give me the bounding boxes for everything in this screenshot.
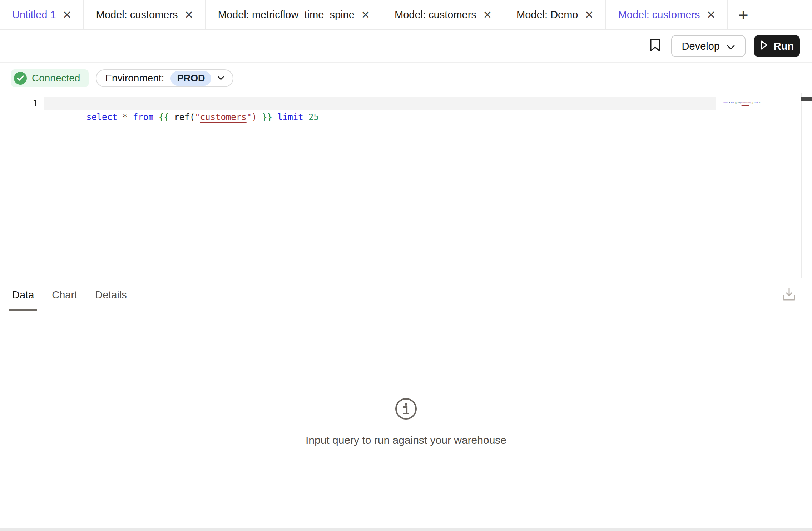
minimap-token: customers: [742, 102, 749, 104]
minimap-token: from: [731, 102, 734, 104]
minimap-token: select: [723, 102, 728, 104]
environment-value-badge: PROD: [170, 71, 211, 86]
tab-label: Model: Demo: [516, 9, 578, 21]
chevron-down-icon: [218, 75, 224, 81]
info-icon: [394, 397, 418, 422]
code-token: {{: [159, 112, 169, 122]
status-row: Connected Environment: PROD: [0, 64, 812, 93]
environment-selector[interactable]: Environment: PROD: [96, 69, 233, 87]
results-tab[interactable]: Data: [11, 279, 35, 311]
toolbar: Develop Run: [0, 30, 812, 63]
code-token: select: [86, 112, 118, 122]
code-token: [303, 112, 308, 122]
code-token: [257, 112, 262, 122]
code-token: }}: [262, 112, 272, 122]
line-number: 1: [21, 97, 38, 110]
results-panel: Data Chart Details: [0, 279, 812, 528]
run-label: Run: [774, 40, 794, 52]
develop-label: Develop: [682, 40, 720, 52]
code-token: [154, 112, 159, 122]
editor-tab[interactable]: Model: metricflow_time_spine ×: [206, 0, 382, 29]
tab-close-icon[interactable]: ×: [484, 8, 491, 21]
empty-results-state: Input query to run against your warehous…: [0, 397, 812, 446]
results-tabbar: Data Chart Details: [0, 279, 812, 311]
results-tab[interactable]: Chart: [50, 279, 79, 311]
horizontal-scrollbar-track[interactable]: [0, 528, 812, 531]
code-token: ": [195, 112, 200, 122]
tab-close-icon[interactable]: ×: [63, 8, 71, 21]
code-token: ): [252, 112, 257, 122]
develop-dropdown-button[interactable]: Develop: [671, 35, 746, 57]
editor-scrollbar-thumb[interactable]: [801, 97, 812, 101]
ide-window: Untitled 1 × Model: customers × Model: m…: [0, 0, 812, 531]
tab-close-icon[interactable]: ×: [707, 8, 715, 21]
run-button[interactable]: Run: [754, 35, 800, 57]
connected-badge: Connected: [11, 69, 89, 87]
minimap-token: ref(: [737, 102, 741, 104]
tab-label: Model: customers: [618, 9, 700, 21]
tab-close-icon[interactable]: ×: [362, 8, 370, 21]
code-line[interactable]: select * from {{ ref("customers") }} lim…: [55, 97, 319, 110]
code-token: customers: [200, 112, 247, 122]
download-results-button[interactable]: [781, 286, 798, 303]
editor-scrollbar-rail[interactable]: [801, 93, 812, 278]
editor-tab[interactable]: Model: Demo ×: [504, 0, 606, 29]
tab-label: Model: customers: [395, 9, 476, 21]
connected-label: Connected: [32, 73, 80, 84]
code-token: ref(: [169, 112, 195, 122]
minimap-token: 25: [759, 102, 761, 104]
minimap-token: *: [728, 102, 731, 104]
bookmark-icon: [650, 39, 660, 53]
results-tab-label: Chart: [52, 289, 77, 301]
play-icon: [760, 40, 768, 52]
code-token: from: [133, 112, 154, 122]
editor-tab[interactable]: Model: customers ×: [382, 0, 504, 29]
minimap-code-preview: select * from {{ ref("customers") }} lim…: [718, 96, 761, 101]
code-token: limit: [277, 112, 303, 122]
check-circle-icon: [14, 72, 27, 85]
code-token: *: [117, 112, 133, 122]
editor-tab[interactable]: Untitled 1 ×: [0, 0, 84, 29]
results-tab-label: Details: [95, 289, 127, 301]
editor-tab[interactable]: Model: customers ×: [84, 0, 206, 29]
environment-label: Environment:: [105, 73, 164, 84]
tab-close-icon[interactable]: ×: [185, 8, 193, 21]
bookmark-button[interactable]: [647, 38, 663, 54]
results-tab-label: Data: [12, 289, 34, 301]
sql-editor[interactable]: 1 select * from {{ ref("customers") }} l…: [0, 93, 812, 278]
results-tab[interactable]: Details: [94, 279, 128, 311]
tab-label: Untitled 1: [12, 9, 56, 21]
chevron-down-icon: [727, 40, 735, 52]
tab-label: Model: metricflow_time_spine: [218, 9, 355, 21]
tab-close-icon[interactable]: ×: [585, 8, 593, 21]
code-token: ": [247, 112, 252, 122]
download-icon: [782, 287, 796, 303]
code-token: 25: [308, 112, 319, 122]
code-token: [272, 112, 277, 122]
empty-results-message: Input query to run against your warehous…: [0, 434, 812, 446]
tab-label: Model: customers: [96, 9, 178, 21]
minimap-token: limit: [754, 102, 758, 104]
editor-tab[interactable]: Model: customers ×: [606, 0, 728, 29]
editor-tabbar: Untitled 1 × Model: customers × Model: m…: [0, 0, 812, 30]
new-tab-button[interactable]: +: [728, 0, 759, 29]
